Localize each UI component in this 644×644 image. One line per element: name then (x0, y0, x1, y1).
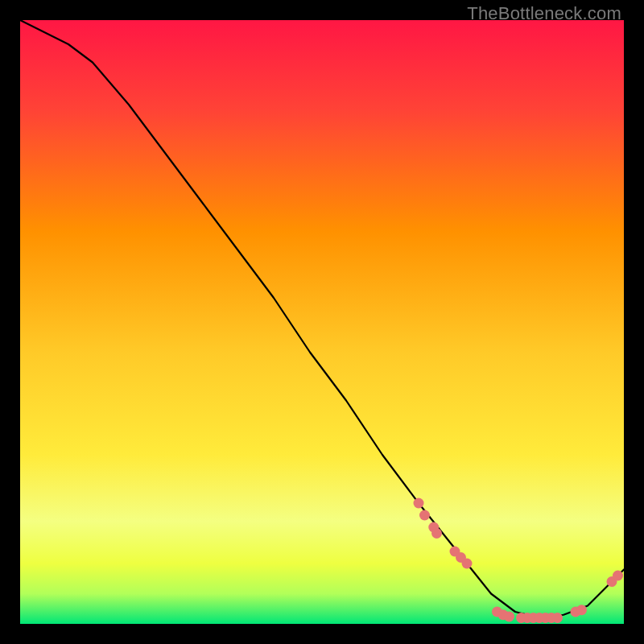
data-point (504, 612, 514, 622)
data-point (576, 605, 587, 615)
data-point (419, 510, 430, 521)
data-point (431, 528, 442, 539)
gradient-background (20, 20, 624, 624)
chart-svg (20, 20, 624, 624)
data-point (462, 559, 473, 569)
data-point (414, 498, 424, 509)
plot-area (20, 20, 624, 624)
data-point (613, 571, 623, 581)
chart-container: TheBottleneck.com (0, 0, 644, 644)
data-point (552, 613, 563, 623)
